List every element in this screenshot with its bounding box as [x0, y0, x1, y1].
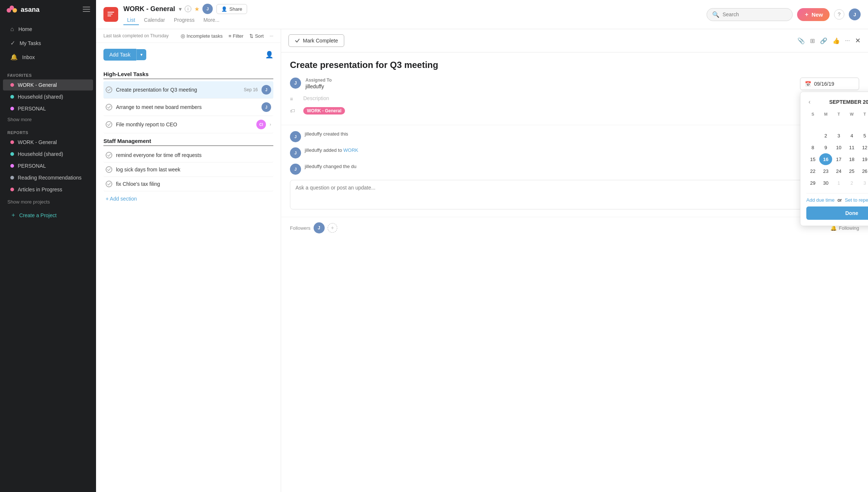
filter-button[interactable]: ≡ Filter	[229, 33, 243, 39]
mark-complete-button[interactable]: Mark Complete	[288, 34, 344, 47]
calendar-day[interactable]: 5	[858, 130, 868, 141]
sidebar-item-home[interactable]: ⌂ Home	[3, 23, 93, 36]
tab-more[interactable]: More...	[200, 16, 223, 25]
task-item-t4[interactable]: remind everyone for time off requests	[103, 148, 273, 163]
calendar-day[interactable]: 17	[832, 153, 845, 165]
star-icon[interactable]: ★	[194, 6, 199, 13]
calendar-day[interactable]	[832, 118, 845, 130]
sidebar-report-work-general[interactable]: WORK - General	[3, 137, 93, 148]
calendar-day[interactable]: 3	[858, 177, 868, 189]
add-follower-button[interactable]: ＋	[328, 223, 337, 233]
tab-progress[interactable]: Progress	[170, 16, 198, 25]
sidebar-item-inbox[interactable]: 🔔 Inbox	[3, 50, 93, 64]
calendar-done-button[interactable]: Done	[806, 206, 868, 220]
link-icon[interactable]: 🔗	[820, 37, 827, 44]
task-item-t3[interactable]: File monthly report to CEO CI ›	[103, 116, 273, 133]
sidebar-report-household[interactable]: Household (shared)	[3, 148, 93, 160]
calendar-day[interactable]: 8	[806, 141, 819, 153]
calendar-day[interactable]: 4	[845, 130, 858, 141]
day-header-t2: T	[858, 110, 868, 118]
calendar-day[interactable]: 12	[858, 141, 868, 153]
task-item-t6[interactable]: fix Chloe's tax filing	[103, 177, 273, 191]
calendar-day[interactable]: 25	[845, 165, 858, 177]
close-icon[interactable]: ✕	[855, 37, 861, 45]
info-icon[interactable]: i	[185, 6, 191, 12]
task-checkbox-t6[interactable]	[106, 181, 112, 187]
user-avatar-header[interactable]: J	[849, 8, 861, 20]
set-to-repeat-link[interactable]: Set to repeat	[845, 197, 868, 203]
sidebar-toggle[interactable]	[83, 6, 90, 14]
calendar-day[interactable]: 3	[832, 130, 845, 141]
calendar-day[interactable]: 29	[806, 177, 819, 189]
report-dot-red	[10, 140, 14, 144]
like-icon[interactable]: 👍	[833, 37, 840, 44]
calendar-day[interactable]	[806, 130, 819, 141]
assign-task-icon[interactable]: 👤	[265, 51, 273, 59]
calendar-day[interactable]: 2	[819, 130, 832, 141]
calendar-day[interactable]: 26	[858, 165, 868, 177]
calendar-day[interactable]: 11	[845, 141, 858, 153]
new-button[interactable]: ＋ New	[797, 8, 830, 21]
calendar-day[interactable]: 9	[819, 141, 832, 153]
sidebar-nav: ⌂ Home ✓ My Tasks 🔔 Inbox	[0, 19, 96, 67]
add-task-button[interactable]: Add Task	[103, 49, 136, 61]
task-item-t5[interactable]: log sick days from last week	[103, 163, 273, 177]
create-project-link[interactable]: ＋ Create a Project	[3, 208, 93, 222]
calendar-day[interactable]: 1	[832, 177, 845, 189]
chevron-down-icon[interactable]: ▾	[179, 6, 182, 13]
sidebar-report-reading[interactable]: Reading Recommendations	[3, 172, 93, 183]
calendar-day[interactable]: 24	[832, 165, 845, 177]
task-item-t1[interactable]: Create presentation for Q3 meeting Sep 1…	[103, 81, 273, 99]
search-input[interactable]	[722, 11, 787, 17]
add-due-time-link[interactable]: Add due time	[806, 197, 835, 203]
calendar-day[interactable]: 23	[819, 165, 832, 177]
tag-work-general[interactable]: WORK - General	[303, 107, 345, 115]
task-checkbox-t5[interactable]	[106, 166, 112, 173]
attachment-icon[interactable]: 📎	[797, 37, 805, 44]
calendar-day[interactable]: 10	[832, 141, 845, 153]
calendar-day[interactable]: 15	[806, 153, 819, 165]
add-section-label: + Add section	[106, 196, 137, 202]
sort-button[interactable]: ⇅ Sort	[249, 33, 264, 39]
more-options-button[interactable]: ···	[270, 33, 273, 38]
sidebar-item-work-general[interactable]: WORK - General ···	[3, 79, 93, 90]
share-button[interactable]: 👤 Share	[216, 4, 247, 14]
calendar-day[interactable]: 22	[806, 165, 819, 177]
show-more-link[interactable]: Show more	[0, 115, 96, 124]
add-task-dropdown[interactable]: ▾	[136, 49, 146, 60]
calendar-day[interactable]: 16	[819, 153, 832, 165]
task-checkbox-t3[interactable]	[106, 121, 112, 128]
tab-calendar[interactable]: Calendar	[140, 16, 169, 25]
task-checkbox-t4[interactable]	[106, 152, 112, 158]
due-date-field[interactable]: 📅 09/16/19	[800, 78, 859, 90]
sort-icon: ⇅	[249, 33, 253, 39]
calendar-day[interactable]	[819, 118, 832, 130]
calendar-day[interactable]	[858, 118, 868, 130]
sidebar-item-household[interactable]: Household (shared)	[3, 91, 93, 102]
calendar-prev[interactable]: ‹	[806, 98, 813, 106]
calendar-day[interactable]: 19	[858, 153, 868, 165]
sidebar-report-articles[interactable]: Articles in Progress	[3, 184, 93, 195]
calendar-day[interactable]	[845, 118, 858, 130]
description-placeholder[interactable]: Description	[303, 95, 329, 101]
sidebar-item-personal[interactable]: PERSONAL	[3, 103, 93, 114]
task-item-t2[interactable]: Arrange to meet new board members J	[103, 99, 273, 116]
tab-list[interactable]: List	[123, 16, 139, 25]
search-bar[interactable]: 🔍	[707, 8, 793, 21]
more-icon[interactable]: ···	[845, 37, 850, 44]
sidebar-item-my-tasks[interactable]: ✓ My Tasks	[3, 36, 93, 50]
calendar-day[interactable]: 2	[845, 177, 858, 189]
subtask-icon[interactable]: ⊞	[810, 37, 815, 44]
help-button[interactable]: ?	[834, 9, 844, 20]
task-checkbox-t2[interactable]	[106, 104, 112, 110]
comment-input[interactable]	[290, 180, 859, 209]
show-more-projects-link[interactable]: Show more projects	[0, 197, 96, 207]
add-section-button[interactable]: + Add section	[103, 191, 273, 206]
task-checkbox-t1[interactable]	[106, 86, 112, 93]
calendar-day[interactable]: 30	[819, 177, 832, 189]
activity-link-work[interactable]: WORK	[344, 147, 358, 153]
calendar-day[interactable]: 18	[845, 153, 858, 165]
sidebar-report-personal[interactable]: PERSONAL	[3, 160, 93, 171]
incomplete-tasks-filter[interactable]: ◎ Incomplete tasks	[181, 33, 223, 39]
calendar-day[interactable]	[806, 118, 819, 130]
